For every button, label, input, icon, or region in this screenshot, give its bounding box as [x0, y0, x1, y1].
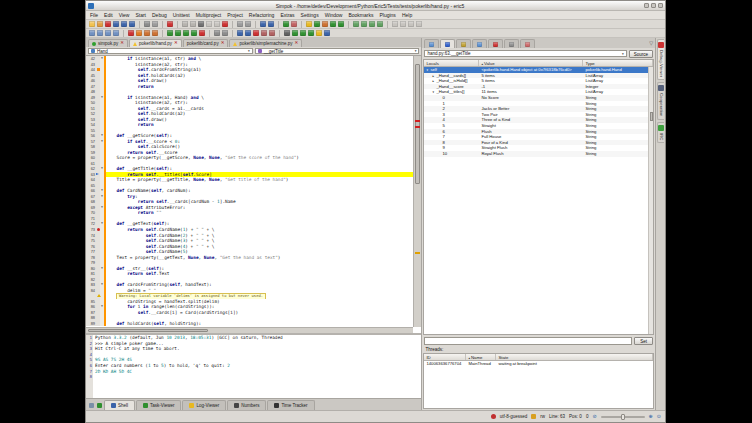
zoom-slider[interactable] — [601, 416, 645, 418]
copy-icon[interactable] — [206, 21, 212, 27]
step-out-icon[interactable] — [191, 30, 197, 36]
step-over-icon[interactable] — [183, 30, 189, 36]
spelling-icon[interactable] — [400, 21, 406, 27]
goto-brace-icon[interactable] — [268, 21, 274, 27]
quit-icon[interactable] — [167, 21, 173, 27]
save-icon[interactable] — [113, 21, 119, 27]
menu-item-bookmarks[interactable]: Bookmarks — [348, 12, 373, 18]
debug-tab-breakpoints[interactable] — [488, 39, 503, 48]
scrollbar-thumb[interactable] — [88, 329, 208, 332]
paste-icon[interactable] — [214, 21, 220, 27]
documentation-icon[interactable] — [324, 30, 330, 36]
variables-filter-icon[interactable] — [237, 30, 243, 36]
step-icon[interactable] — [175, 30, 181, 36]
sidebar-tab-debug-viewer[interactable]: Debug-Viewer — [657, 39, 664, 80]
unittest-script-icon[interactable] — [144, 30, 150, 36]
column-header-value[interactable]: ▴ Value — [479, 60, 583, 66]
autocheck-icon[interactable] — [283, 21, 289, 27]
threads-table-header[interactable]: ID ▴ Name State — [424, 354, 653, 361]
execute-icon[interactable] — [222, 30, 228, 36]
code-coverage-icon[interactable] — [292, 30, 298, 36]
profile-data-icon[interactable] — [300, 30, 306, 36]
menu-item-view[interactable]: View — [119, 12, 130, 18]
zoom-out-icon[interactable]: ⊘ — [592, 414, 596, 419]
menu-item-start[interactable]: Start — [135, 12, 146, 18]
class-combo[interactable]: Hand ▾ — [88, 48, 253, 54]
stack-frame-combo[interactable]: hand.py:63.__getTitle ▾ — [424, 50, 626, 57]
refactoring-rename-icon[interactable] — [89, 30, 95, 36]
close-tab-icon[interactable]: ✕ — [174, 41, 178, 46]
zoom-slider-knob[interactable] — [621, 414, 625, 420]
cell-type[interactable]: String — [583, 151, 653, 157]
editor-horizontal-scrollbar[interactable] — [86, 327, 413, 333]
sidebar-tab-cooperation[interactable]: Cooperation — [657, 82, 664, 119]
menu-item-help[interactable]: Help — [402, 12, 412, 18]
tasks-update-icon[interactable] — [316, 30, 322, 36]
breakpoint-clear-icon[interactable] — [269, 30, 275, 36]
filter-icon[interactable] — [89, 403, 94, 408]
breakpoint-toggle-icon[interactable] — [253, 30, 259, 36]
zoom-in-icon[interactable]: ⊕ — [649, 414, 653, 419]
code-text[interactable]: def holdCards(self, holdString): — [106, 321, 413, 327]
column-header-locals[interactable]: Locals — [424, 60, 479, 66]
menu-item-project[interactable]: Project — [227, 12, 243, 18]
undo-icon[interactable] — [182, 21, 188, 27]
debug-tab-local-variables[interactable] — [440, 39, 455, 48]
syntax-check-icon[interactable] — [308, 30, 314, 36]
run-script-icon[interactable] — [330, 21, 336, 27]
bottom-tab-task-viewer[interactable]: Task-Viewer — [136, 400, 181, 410]
menu-item-multiproject[interactable]: Multiproject — [196, 12, 222, 18]
bookmark-toggle-icon[interactable] — [306, 21, 312, 27]
unittest-project-icon[interactable] — [152, 30, 158, 36]
file-tab-pokerlib-hand-py[interactable]: pokerlib/hand.py✕ — [129, 39, 182, 47]
editor-vertical-scrollbar[interactable] — [413, 56, 421, 327]
debug-tab-watchpoints[interactable] — [504, 39, 519, 48]
search-icon[interactable] — [237, 21, 243, 27]
menu-item-settings[interactable]: Settings — [301, 12, 319, 18]
breakpoint-icon[interactable] — [97, 228, 100, 231]
menu-item-debug[interactable]: Debug — [152, 12, 167, 18]
zoom-reset-icon[interactable]: ⊙ — [657, 414, 661, 419]
project-close-icon[interactable] — [369, 21, 375, 27]
column-header-id[interactable]: ID — [424, 354, 466, 360]
maximize-button[interactable] — [651, 3, 656, 8]
unittest-run-icon[interactable] — [128, 30, 134, 36]
minimize-button[interactable] — [644, 3, 649, 8]
bottom-tab-time-tracker[interactable]: Time Tracker — [267, 400, 314, 410]
thread-row[interactable]: 140063636776704MainThreadwaiting at brea… — [424, 361, 653, 367]
variable-input[interactable] — [424, 337, 632, 345]
line-number[interactable]: 89 — [86, 321, 96, 327]
code-metrics-icon[interactable] — [291, 21, 297, 27]
filter-icon[interactable]: ▽ — [649, 39, 653, 48]
file-tab-pokerlib-simplemachine-py[interactable]: pokerlib/simplemachine.py✕ — [229, 39, 302, 47]
save-as-icon[interactable] — [121, 21, 127, 27]
print-icon[interactable] — [144, 21, 150, 27]
bottom-tab-log-viewer[interactable]: Log-Viewer — [182, 400, 226, 410]
goto-line-icon[interactable] — [260, 21, 266, 27]
column-header-state[interactable]: State — [496, 354, 653, 360]
project-props-icon[interactable] — [377, 21, 383, 27]
open-icon[interactable] — [97, 21, 103, 27]
bottom-tab-numbers[interactable]: Numbers — [227, 400, 266, 410]
menu-item-extras[interactable]: Extras — [280, 12, 294, 18]
sidebar-tab-irc[interactable]: IRC — [657, 122, 664, 143]
close-tab-icon[interactable]: ✕ — [120, 41, 124, 46]
debug-script-icon[interactable] — [338, 21, 344, 27]
file-tab-simpok-py[interactable]: simpok.py✕ — [88, 39, 128, 47]
edit-props-icon[interactable] — [392, 21, 398, 27]
close-button[interactable] — [658, 3, 663, 8]
locals-row-10[interactable]: 10Royal FlushString — [424, 151, 653, 157]
save-all-icon[interactable] — [129, 21, 135, 27]
cut-icon[interactable] — [198, 21, 204, 27]
exceptions-filter-icon[interactable] — [245, 30, 251, 36]
code-editor[interactable]: 42▼ if isinstance(a1, str) and \43 isins… — [86, 55, 421, 333]
column-header-type[interactable]: Type — [583, 60, 653, 66]
close-tab-icon[interactable]: ✕ — [221, 41, 225, 46]
column-header-name[interactable]: ▴ Name — [466, 354, 496, 360]
replace-icon[interactable] — [245, 21, 251, 27]
menu-item-edit[interactable]: Edit — [104, 12, 113, 18]
shell-output[interactable]: Python 3.3.2 (default, Jun 10 2013, 18:0… — [93, 335, 421, 398]
close-file-icon[interactable] — [105, 21, 111, 27]
file-tab-pokerlib-card-py[interactable]: pokerlib/card.py✕ — [183, 39, 229, 47]
print-preview-icon[interactable] — [152, 21, 158, 27]
